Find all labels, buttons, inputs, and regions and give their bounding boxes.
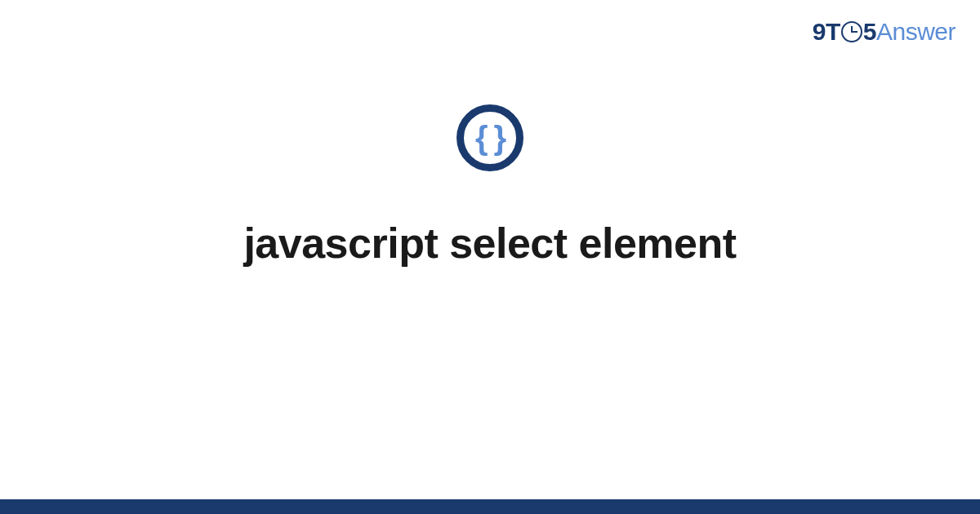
- logo-text-5: 5: [863, 18, 876, 46]
- footer-bar: [0, 499, 980, 514]
- clock-icon: [841, 21, 862, 42]
- main-content: { } javascript select element: [0, 104, 980, 268]
- page-title: javascript select element: [243, 219, 736, 268]
- braces-icon: { }: [475, 122, 505, 154]
- logo-text-answer: Answer: [876, 18, 956, 46]
- category-icon-circle: { }: [457, 104, 523, 171]
- logo-text-9t: 9T: [813, 18, 840, 46]
- site-logo[interactable]: 9T 5 Answer: [813, 18, 956, 46]
